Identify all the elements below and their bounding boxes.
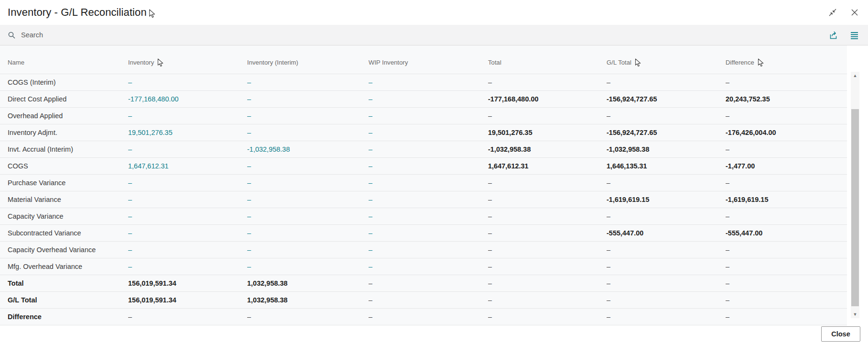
drilldown-link[interactable]: – [247, 179, 251, 187]
scroll-down-arrow-icon[interactable]: ▼ [851, 311, 859, 318]
drilldown-link[interactable]: – [247, 95, 251, 103]
drilldown-link[interactable]: – [247, 229, 251, 237]
table-cell: – [607, 309, 726, 325]
table-cell: -1,619,619.15 [726, 191, 847, 208]
column-header-inventory[interactable]: Inventory [128, 59, 154, 66]
cell-name: Purchase Variance [0, 175, 128, 191]
collapse-window-icon[interactable] [828, 8, 837, 17]
drilldown-link[interactable]: – [128, 196, 132, 203]
cell-value: – [488, 112, 492, 120]
drilldown-link[interactable]: – [369, 112, 372, 120]
table-row[interactable]: Subcontracted Variance––––-555,447.00-55… [0, 224, 847, 241]
drilldown-link[interactable]: 19,501,276.35 [128, 129, 173, 136]
table-cell: – [369, 158, 488, 174]
drilldown-link[interactable]: – [247, 162, 251, 170]
table-row[interactable]: Capacity Variance–––––– [0, 208, 847, 224]
close-icon[interactable] [850, 8, 859, 17]
cell-value: – [488, 196, 492, 203]
close-button[interactable]: Close [821, 326, 860, 342]
column-header-inventory-interim-[interactable]: Inventory (Interim) [247, 59, 298, 66]
scrollbar-thumb[interactable] [851, 109, 859, 306]
column-header-wip-inventory[interactable]: WIP Inventory [369, 59, 408, 66]
table-row[interactable]: G/L Total156,019,591.341,032,958.38–––– [0, 291, 847, 308]
drilldown-link[interactable]: – [247, 196, 251, 203]
drilldown-link[interactable]: – [369, 196, 372, 203]
drilldown-link[interactable]: – [128, 145, 132, 153]
search-input[interactable]: Search [8, 31, 43, 39]
column-header-g-l-total[interactable]: G/L Total [607, 59, 631, 66]
drilldown-link[interactable]: – [128, 212, 132, 220]
table-header-cell: Inventory [128, 57, 247, 67]
table-row[interactable]: Invt. Accrual (Interim)–-1,032,958.38–-1… [0, 141, 847, 157]
table-cell: – [726, 242, 847, 258]
table-cell: – [247, 225, 369, 241]
drilldown-link[interactable]: – [369, 263, 372, 270]
table-cell: – [369, 258, 488, 275]
drilldown-link[interactable]: – [369, 229, 372, 237]
table-row[interactable]: Total156,019,591.341,032,958.38–––– [0, 275, 847, 291]
cell-value: -177,168,480.00 [488, 95, 539, 103]
drilldown-link[interactable]: – [128, 78, 132, 86]
scroll-up-arrow-icon[interactable]: ▲ [851, 72, 859, 79]
drilldown-link[interactable]: – [369, 246, 372, 254]
vertical-scrollbar[interactable]: ▲ ▼ [851, 72, 859, 318]
table-row[interactable]: Capacity Overhead Variance–––––– [0, 241, 847, 258]
table-cell: 1,032,958.38 [247, 275, 369, 291]
drilldown-link[interactable]: – [369, 78, 372, 86]
table-row[interactable]: Direct Cost Applied-177,168,480.00––-177… [0, 90, 847, 107]
drilldown-link[interactable]: – [128, 229, 132, 237]
drilldown-link[interactable]: – [128, 246, 132, 254]
table-row[interactable]: Mfg. Overhead Variance–––––– [0, 258, 847, 275]
table-cell: – [128, 208, 247, 224]
drilldown-link[interactable]: – [247, 263, 251, 270]
table-cell: – [488, 191, 607, 208]
cell-value: -176,426,004.00 [726, 129, 776, 136]
table-cell: – [247, 258, 369, 275]
drilldown-link[interactable]: – [369, 129, 372, 136]
drilldown-link[interactable]: 1,647,612.31 [128, 162, 169, 170]
table-row[interactable]: Inventory Adjmt.19,501,276.35––19,501,27… [0, 124, 847, 141]
drilldown-link[interactable]: – [128, 179, 132, 187]
table-row[interactable]: Purchase Variance–––––– [0, 174, 847, 191]
drilldown-link[interactable]: – [247, 129, 251, 136]
table-cell: – [369, 175, 488, 191]
drilldown-link[interactable]: – [247, 212, 251, 220]
table-row[interactable]: COGS1,647,612.31––1,647,612.311,646,135.… [0, 157, 847, 174]
drilldown-link[interactable]: – [369, 162, 372, 170]
table-cell: – [247, 175, 369, 191]
cell-value: -1,032,958.38 [488, 145, 531, 153]
mouse-cursor-icon [149, 9, 155, 19]
cell-value: – [247, 313, 251, 321]
table-cell: -555,447.00 [607, 225, 726, 241]
drilldown-link[interactable]: -177,168,480.00 [128, 95, 179, 103]
column-header-name[interactable]: Name [8, 59, 24, 66]
drilldown-link[interactable]: – [247, 112, 251, 120]
table-cell: – [488, 108, 607, 124]
drilldown-link[interactable]: – [369, 179, 372, 187]
cell-name: Capacity Variance [0, 208, 128, 224]
table-cell: – [607, 275, 726, 291]
table-cell: – [128, 108, 247, 124]
drilldown-link[interactable]: -1,032,958.38 [247, 145, 290, 153]
drilldown-link[interactable]: – [247, 246, 251, 254]
drilldown-link[interactable]: – [369, 145, 372, 153]
drilldown-link[interactable]: – [369, 212, 372, 220]
drilldown-link[interactable]: – [128, 112, 132, 120]
share-icon[interactable] [829, 30, 839, 40]
table-cell: 20,243,752.35 [726, 91, 847, 107]
cell-value: – [369, 279, 372, 287]
drilldown-link[interactable]: – [369, 95, 372, 103]
column-header-difference[interactable]: Difference [726, 59, 754, 66]
table-row[interactable]: Difference–––––– [0, 308, 847, 325]
cell-name: G/L Total [0, 292, 128, 308]
table-row[interactable]: Material Variance––––-1,619,619.15-1,619… [0, 191, 847, 208]
table-cell: – [369, 242, 488, 258]
drilldown-link[interactable]: – [247, 78, 251, 86]
cell-value: – [607, 246, 610, 254]
column-header-total[interactable]: Total [488, 59, 501, 66]
list-view-icon[interactable] [849, 30, 859, 40]
drilldown-link[interactable]: – [128, 263, 132, 270]
table-cell: – [607, 258, 726, 275]
table-row[interactable]: Overhead Applied–––––– [0, 107, 847, 124]
table-row[interactable]: COGS (Interim)–––––– [0, 74, 847, 90]
